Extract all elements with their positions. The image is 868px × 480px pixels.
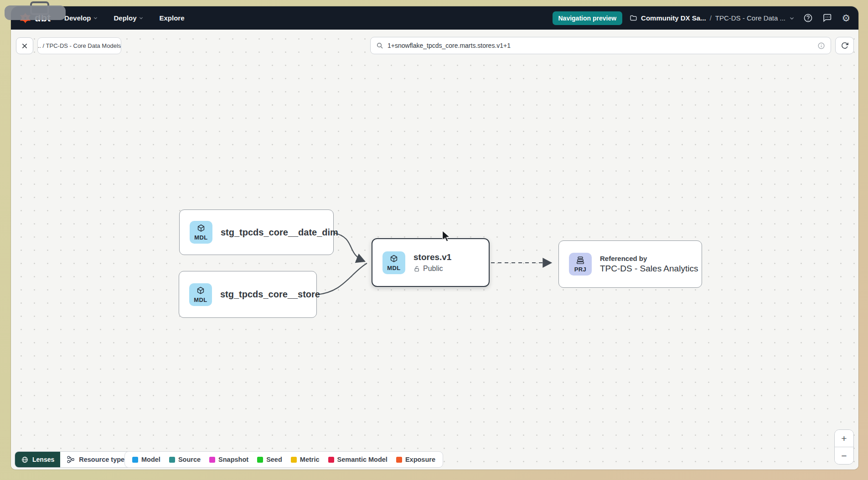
refresh-lineage-button[interactable] [835,37,854,54]
nav-right-cluster: Navigation preview Community DX Sa... / … [553,11,852,25]
search-icon [376,42,383,49]
node-label: stg_tpcds_core__store [220,289,320,300]
chevron-down-icon [789,15,795,21]
resource-type-icon [67,455,75,464]
breadcrumb[interactable]: Community DX Sa... / TPC-DS - Core Data … [630,14,795,22]
legend-item-snapshot: Snapshot [209,456,248,463]
feedback-button[interactable] [821,12,833,24]
legend-item-source: Source [169,456,201,463]
breadcrumb-separator: / [710,14,712,22]
lineage-breadcrumb-chip[interactable]: .. / TPC-DS - Core Data Models [37,37,121,54]
legend-swatch [209,457,215,463]
search-input[interactable] [388,42,813,49]
close-icon [21,42,28,50]
chevron-down-icon [93,15,98,20]
lineage-search-bar [370,37,831,54]
help-button[interactable] [802,12,814,24]
legend-label: Seed [266,456,282,463]
legend-item-seed: Seed [257,456,282,463]
window-artifact-pill [5,5,66,20]
legend-label: Source [178,456,201,463]
model-badge: MDL [189,283,212,306]
breadcrumb-project: TPC-DS - Core Data ... [715,14,785,22]
zoom-controls: + − [834,429,854,465]
resource-type-legend: Model Source Snapshot Seed Metric Semant… [124,451,443,468]
nav-menu-explore[interactable]: Explore [159,14,184,22]
edge-store-to-stores [317,263,367,295]
node-label: TPC-DS - Sales Analytics [600,264,698,274]
top-navbar: dbt Develop Deploy Explore Navigation pr… [11,6,858,30]
legend-label: Exposure [405,456,435,463]
app-window: dbt Develop Deploy Explore Navigation pr… [11,6,858,470]
badge-code: MDL [194,296,207,303]
breadcrumb-account: Community DX Sa... [641,14,706,22]
model-badge: MDL [190,221,212,244]
navigation-preview-badge[interactable]: Navigation preview [553,11,623,25]
model-cube-icon [196,286,206,296]
model-cube-icon [196,224,206,234]
info-icon[interactable] [817,42,825,50]
node-access: Public [413,265,451,273]
settings-button[interactable]: ⚙ [840,12,852,24]
lenses-button[interactable]: Lenses [15,452,60,467]
legend-item-model: Model [132,456,160,463]
edge-date-dim-to-stores [334,233,365,261]
gear-icon: ⚙ [842,13,851,23]
public-open-padlock-icon [413,266,420,272]
legend-label: Snapshot [218,456,248,463]
project-badge: PRJ [569,253,592,276]
lenses-label: Lenses [32,456,54,463]
close-lineage-button[interactable] [16,37,33,54]
legend-swatch [257,457,263,463]
model-cube-icon [389,254,399,264]
legend-swatch [291,457,297,463]
legend-swatch [132,457,138,463]
resource-type-label: Resource type [79,456,124,463]
legend-swatch [396,457,402,463]
chevron-down-icon [139,15,144,20]
nav-menus: Develop Deploy Explore [64,14,184,22]
help-icon [803,13,813,23]
badge-code: MDL [387,265,400,271]
feedback-icon [822,13,832,23]
legend-label: Semantic Model [337,456,388,463]
zoom-out-button[interactable]: − [835,447,853,464]
node-label: stg_tpcds_core__date_dim [221,227,338,238]
folder-icon [630,14,637,22]
legend-label: Model [141,456,160,463]
node-stg-tpcds-core-store[interactable]: MDL stg_tpcds_core__store [179,271,317,318]
legend-swatch [328,457,334,463]
nav-menu-deploy[interactable]: Deploy [114,14,144,22]
zoom-in-button[interactable]: + [835,430,853,447]
node-stores-v1[interactable]: MDL stores.v1 Public [372,238,490,287]
node-referenced-by-sales-analytics[interactable]: PRJ Referenced by TPC-DS - Sales Analyti… [558,240,702,288]
node-stg-tpcds-core-date-dim[interactable]: MDL stg_tpcds_core__date_dim [179,209,334,255]
project-stack-icon [575,255,585,266]
badge-code: PRJ [574,266,587,273]
refresh-icon [841,41,849,50]
legend-item-exposure: Exposure [396,456,435,463]
lineage-canvas[interactable]: .. / TPC-DS - Core Data Models MDL stg_t… [11,30,858,470]
legend-item-semantic-model: Semantic Model [328,456,388,463]
model-badge: MDL [382,251,405,274]
legend-label: Metric [300,456,320,463]
nav-menu-develop-label: Develop [64,14,91,22]
nav-menu-explore-label: Explore [159,14,184,22]
badge-code: MDL [194,234,207,241]
node-eyebrow: Referenced by [600,255,698,262]
legend-swatch [169,457,175,463]
legend-item-metric: Metric [291,456,320,463]
lenses-resource-type-group: Lenses Resource type [15,451,141,468]
node-label: stores.v1 [413,252,451,262]
access-label: Public [423,265,443,273]
nav-menu-develop[interactable]: Develop [64,14,98,22]
lenses-icon [21,456,29,464]
nav-menu-deploy-label: Deploy [114,14,136,22]
